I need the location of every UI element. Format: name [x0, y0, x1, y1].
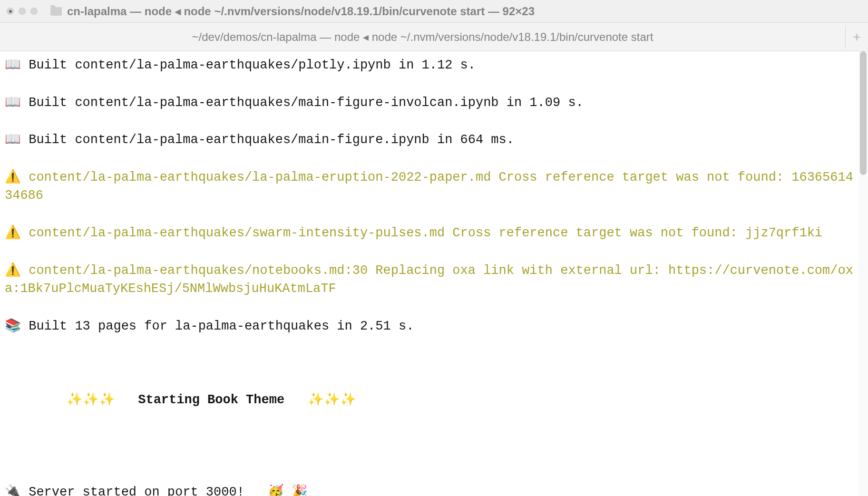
warning-icon: ⚠️ [5, 225, 21, 239]
new-tab-button[interactable]: + [845, 26, 868, 49]
folder-icon [50, 7, 62, 16]
plug-icon: 🔌 [5, 484, 21, 496]
log-text: content/la-palma-earthquakes/notebooks.m… [5, 263, 853, 296]
book-icon: 📖 [5, 132, 21, 146]
sparkles-icon: ✨✨✨ [308, 392, 356, 406]
confetti-icon: 🎉 [292, 484, 308, 496]
window-title: cn-lapalma — node ◂ node ~/.nvm/versions… [67, 5, 861, 18]
warning-icon: ⚠️ [5, 169, 21, 184]
terminal-content[interactable]: 📖 Built content/la-palma-earthquakes/plo… [0, 51, 858, 496]
books-icon: 📚 [5, 318, 21, 332]
terminal-line: 📖 Built content/la-palma-earthquakes/mai… [5, 130, 854, 149]
log-text: Built content/la-palma-earthquakes/plotl… [21, 58, 476, 72]
log-text: content/la-palma-earthquakes/la-palma-er… [5, 170, 853, 203]
server-text: Server started on port 3000! [29, 485, 244, 496]
theme-text: Starting Book Theme [138, 393, 284, 407]
terminal-line: ⚠️ content/la-palma-earthquakes/notebook… [5, 261, 854, 298]
tab-bar: ~/dev/demos/cn-lapalma — node ◂ node ~/.… [0, 23, 868, 51]
close-window-button[interactable] [7, 8, 14, 15]
window-titlebar: cn-lapalma — node ◂ node ~/.nvm/versions… [0, 0, 868, 23]
minimize-window-button[interactable] [19, 8, 26, 15]
sparkles-icon: ✨✨✨ [67, 392, 115, 406]
terminal-line: 📖 Built content/la-palma-earthquakes/plo… [5, 55, 854, 74]
party-face-icon: 🥳 [268, 484, 284, 496]
scrollbar[interactable] [858, 51, 868, 496]
plus-icon: + [853, 29, 860, 45]
server-started-line: 🔌 Server started on port 3000! 🥳 🎉 [5, 482, 854, 496]
terminal-line: ⚠️ content/la-palma-earthquakes/la-palma… [5, 167, 854, 205]
traffic-lights [7, 8, 38, 15]
scrollbar-thumb[interactable] [860, 51, 867, 175]
terminal-line: 📖 Built content/la-palma-earthquakes/mai… [5, 93, 854, 112]
tab-terminal[interactable]: ~/dev/demos/cn-lapalma — node ◂ node ~/.… [0, 23, 845, 51]
terminal-line: 📚 Built 13 pages for la-palma-earthquake… [5, 316, 854, 335]
warning-icon: ⚠️ [5, 263, 21, 277]
terminal-area: 📖 Built content/la-palma-earthquakes/plo… [0, 51, 868, 496]
theme-start-line: ✨✨✨ Starting Book Theme ✨✨✨ [5, 390, 854, 409]
log-text: Built content/la-palma-earthquakes/main-… [21, 96, 584, 110]
zoom-window-button[interactable] [30, 8, 38, 15]
book-icon: 📖 [5, 95, 21, 109]
tab-label: ~/dev/demos/cn-lapalma — node ◂ node ~/.… [192, 30, 653, 44]
book-icon: 📖 [5, 57, 21, 71]
log-text: Built 13 pages for la-palma-earthquakes … [21, 319, 414, 333]
log-text: content/la-palma-earthquakes/swarm-inten… [21, 226, 822, 240]
log-text: Built content/la-palma-earthquakes/main-… [21, 133, 514, 147]
terminal-line: ⚠️ content/la-palma-earthquakes/swarm-in… [5, 223, 854, 242]
